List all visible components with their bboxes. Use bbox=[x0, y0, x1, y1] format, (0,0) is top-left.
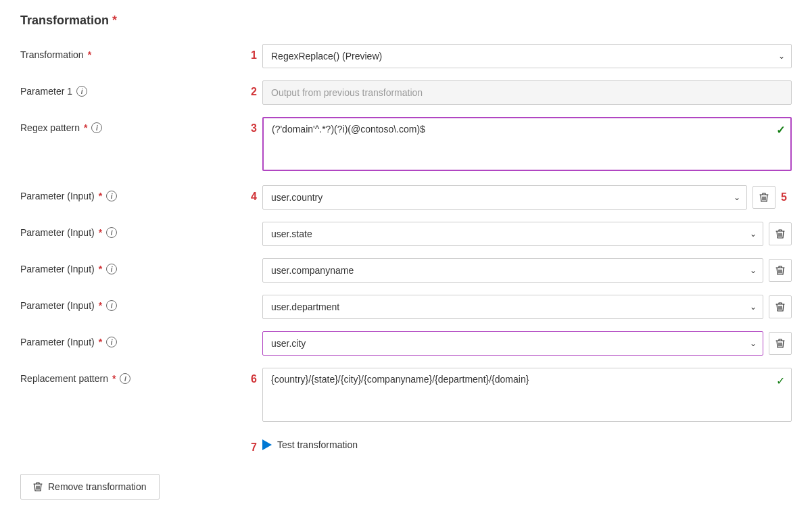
param-input-col-3: user.department ⌄ bbox=[262, 295, 792, 319]
page-title: Transformation * bbox=[20, 14, 792, 28]
param-select-0[interactable]: user.country bbox=[262, 185, 747, 210]
regex-check-icon: ✓ bbox=[776, 124, 785, 137]
param-input-label-1: Parameter (Input) * i bbox=[20, 222, 237, 238]
param-select-wrapper-1: user.state ⌄ bbox=[262, 222, 763, 246]
regex-required: * bbox=[84, 122, 87, 133]
step-blank-3 bbox=[237, 295, 257, 300]
param-input-row-4: Parameter (Input) * i user.city ⌄ bbox=[20, 331, 792, 356]
param-input-label-4: Parameter (Input) * i bbox=[20, 331, 237, 347]
parameter1-input[interactable] bbox=[262, 80, 792, 105]
step-blank-1 bbox=[237, 222, 257, 227]
param-input-label-text-4: Parameter (Input) bbox=[20, 337, 95, 347]
param-select-1[interactable]: user.state bbox=[262, 222, 763, 246]
regex-textarea-wrapper: (?'domain'^.*?)(?i)(@contoso\.com)$ ✓ bbox=[262, 117, 792, 173]
param-input-required-2: * bbox=[99, 264, 102, 274]
step6-badge: 6 bbox=[237, 368, 257, 385]
param-input-required-1: * bbox=[99, 227, 102, 238]
replacement-textarea[interactable]: {country}/{state}/{city}/{companyname}/{… bbox=[262, 368, 792, 422]
param-select-2[interactable]: user.companyname bbox=[262, 258, 763, 283]
param-input-col-1: user.state ⌄ bbox=[262, 222, 792, 246]
transformation-label: Transformation bbox=[20, 49, 84, 60]
param-delete-btn-4[interactable] bbox=[769, 332, 792, 355]
parameter1-row: Parameter 1 i 2 bbox=[20, 80, 792, 105]
replacement-info-icon[interactable]: i bbox=[120, 373, 130, 384]
replacement-required: * bbox=[112, 373, 116, 384]
param-input-row-1: Parameter (Input) * i user.state ⌄ bbox=[20, 222, 792, 246]
parameter1-input-col bbox=[262, 80, 792, 105]
play-icon bbox=[262, 439, 272, 450]
param-input-col-4: user.city ⌄ bbox=[262, 331, 792, 356]
title-label: Transformation bbox=[20, 14, 109, 27]
step1-badge: 1 bbox=[237, 44, 257, 62]
param-select-wrapper-4: user.city ⌄ bbox=[262, 331, 763, 356]
step3-badge: 3 bbox=[237, 117, 257, 135]
test-transformation-row: 7 Test transformation bbox=[20, 436, 792, 454]
replacement-input-col: {country}/{state}/{city}/{companyname}/{… bbox=[262, 368, 792, 424]
param-select-wrapper-3: user.department ⌄ bbox=[262, 295, 763, 319]
param-input-label-0: Parameter (Input) * i bbox=[20, 185, 237, 201]
parameter1-label-col: Parameter 1 i bbox=[20, 80, 237, 97]
regex-label-col: Regex pattern * i bbox=[20, 117, 237, 133]
regex-label: Regex pattern bbox=[20, 122, 80, 133]
step5-badge: 5 bbox=[781, 191, 792, 203]
trash-icon-2 bbox=[775, 265, 785, 276]
step4-badge: 4 bbox=[237, 185, 257, 203]
replacement-row: Replacement pattern * i 6 {country}/{sta… bbox=[20, 368, 792, 424]
remove-transformation-button[interactable]: Remove transformation bbox=[20, 474, 160, 500]
trash-icon-3 bbox=[775, 301, 785, 312]
param-input-label-text-0: Parameter (Input) bbox=[20, 191, 95, 201]
parameter1-label: Parameter 1 bbox=[20, 86, 72, 97]
param-delete-btn-0[interactable] bbox=[753, 186, 775, 209]
title-required: * bbox=[112, 14, 117, 27]
test-transformation-label: Test transformation bbox=[277, 439, 358, 450]
param-input-required-4: * bbox=[99, 337, 102, 347]
param-input-info-4[interactable]: i bbox=[106, 337, 117, 347]
param-select-4[interactable]: user.city bbox=[262, 331, 763, 356]
param-input-label-text-2: Parameter (Input) bbox=[20, 264, 95, 274]
param-delete-btn-2[interactable] bbox=[769, 259, 792, 282]
step-blank-4 bbox=[237, 331, 257, 337]
param-input-label-2: Parameter (Input) * i bbox=[20, 258, 237, 274]
transformation-form: Transformation * Transformation * 1 Rege… bbox=[20, 14, 792, 500]
param-input-label-3: Parameter (Input) * i bbox=[20, 295, 237, 311]
param-input-required-3: * bbox=[99, 300, 102, 311]
regex-textarea[interactable]: (?'domain'^.*?)(?i)(@contoso\.com)$ bbox=[262, 117, 792, 171]
param-input-info-3[interactable]: i bbox=[106, 300, 117, 311]
replacement-label-col: Replacement pattern * i bbox=[20, 368, 237, 384]
trash-icon-4 bbox=[775, 338, 785, 349]
param-delete-btn-1[interactable] bbox=[769, 222, 792, 245]
param-input-required-0: * bbox=[99, 191, 102, 201]
regex-input-col: (?'domain'^.*?)(?i)(@contoso\.com)$ ✓ bbox=[262, 117, 792, 173]
param-select-wrapper-2: user.companyname ⌄ bbox=[262, 258, 763, 283]
param-delete-btn-3[interactable] bbox=[769, 295, 792, 318]
replacement-check-icon: ✓ bbox=[776, 374, 785, 387]
param-select-3[interactable]: user.department bbox=[262, 295, 763, 319]
remove-transformation-label: Remove transformation bbox=[48, 481, 147, 492]
transformation-input-col: RegexReplace() (Preview) ⌄ bbox=[262, 44, 792, 68]
transformation-row: Transformation * 1 RegexReplace() (Previ… bbox=[20, 44, 792, 68]
remove-trash-icon bbox=[33, 481, 43, 492]
param-input-row-2: Parameter (Input) * i user.companyname ⌄ bbox=[20, 258, 792, 283]
regex-info-icon[interactable]: i bbox=[91, 122, 102, 133]
replacement-textarea-wrapper: {country}/{state}/{city}/{companyname}/{… bbox=[262, 368, 792, 424]
trash-icon-1 bbox=[775, 228, 785, 239]
param-input-label-text-1: Parameter (Input) bbox=[20, 227, 95, 238]
step2-badge: 2 bbox=[237, 80, 257, 98]
step7-badge: 7 bbox=[237, 436, 257, 454]
param-input-info-1[interactable]: i bbox=[106, 227, 117, 238]
param-input-label-text-3: Parameter (Input) bbox=[20, 300, 95, 311]
transformation-required: * bbox=[88, 49, 91, 60]
param-input-col-0: user.country ⌄ 5 bbox=[262, 185, 792, 210]
transformation-label-col: Transformation * bbox=[20, 44, 237, 60]
param-input-info-0[interactable]: i bbox=[106, 191, 117, 201]
test-transformation-button[interactable]: Test transformation bbox=[262, 439, 358, 450]
param-input-info-2[interactable]: i bbox=[106, 264, 117, 274]
regex-pattern-row: Regex pattern * i 3 (?'domain'^.*?)(?i)(… bbox=[20, 117, 792, 173]
param-select-wrapper-0: user.country ⌄ bbox=[262, 185, 747, 210]
trash-icon-0 bbox=[759, 192, 769, 203]
param-input-col-2: user.companyname ⌄ bbox=[262, 258, 792, 283]
parameter1-info-icon[interactable]: i bbox=[76, 86, 87, 97]
transformation-select-wrapper: RegexReplace() (Preview) ⌄ bbox=[262, 44, 792, 68]
replacement-label: Replacement pattern bbox=[20, 373, 108, 384]
transformation-select[interactable]: RegexReplace() (Preview) bbox=[262, 44, 792, 68]
